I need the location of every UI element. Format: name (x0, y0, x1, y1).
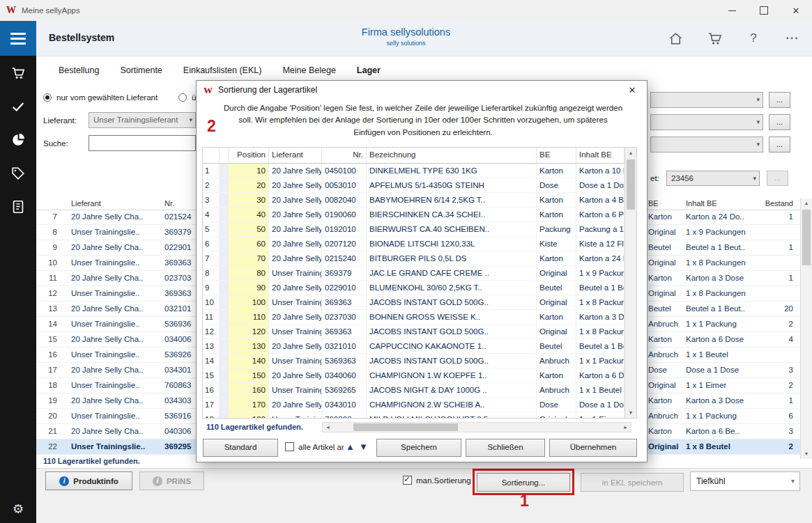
app-logo-icon: W (6, 6, 16, 15)
dialog-vertical-scrollbar[interactable]: ▲ ▼ (625, 148, 636, 418)
radio-supplier-only[interactable]: nur vom gewählten Lieferant (43, 93, 158, 102)
cell-be: Dose (648, 363, 683, 377)
minimize-button[interactable] (716, 0, 748, 21)
column-header-lieferant[interactable]: Lieferant (71, 198, 162, 209)
column-header-inhalt-be[interactable]: Inhalt BE (576, 148, 625, 163)
man-sortierung-checkbox-group[interactable]: man.Sortierung (403, 476, 471, 485)
table-row[interactable]: 22020 Jahre Selly Cha..0053010APFELMUS 5… (203, 178, 636, 193)
tab-lager[interactable]: Lager (357, 65, 381, 75)
help-icon[interactable]: ? (745, 30, 762, 47)
filter-combobox-1[interactable]: ▾ (650, 92, 763, 108)
cell-be: Beutel (648, 302, 683, 316)
column-header-inhalt-be[interactable]: Inhalt BE (686, 198, 756, 209)
cell-inhalt-be: 1 x 8 Beutel (686, 439, 756, 454)
stock-vertical-scrollbar[interactable]: ▲ ▼ (800, 198, 812, 459)
scroll-right-icon[interactable]: ► (620, 423, 631, 432)
search-input[interactable] (89, 135, 196, 151)
table-row[interactable]: 12120Unser Trainingslie..369363JACOBS IN… (203, 325, 636, 339)
filter-combobox-2[interactable]: ▾ (650, 114, 763, 130)
checkbox-icon[interactable] (285, 442, 294, 451)
supplier-combobox[interactable]: Unser Trainingslieferant ▾ (89, 112, 196, 128)
tab-einkaufslisten[interactable]: Einkaufslisten (EKL) (183, 65, 262, 75)
menu-button[interactable] (0, 21, 36, 56)
cell-position: 60 (229, 237, 269, 251)
column-header-position[interactable]: Position (229, 148, 269, 163)
table-row[interactable]: 16160Unser Trainingslie..5369265JACOBS N… (203, 383, 636, 398)
cell-lieferant: 20 Jahre Selly Cha.. (71, 240, 162, 255)
table-row[interactable]: 99020 Jahre Selly Cha..0229010BLUMENKOHL… (203, 281, 636, 295)
scroll-up-icon[interactable]: ▲ (625, 148, 636, 158)
standard-button[interactable]: Standard (203, 439, 278, 457)
column-header-nr[interactable]: Nr. (322, 148, 367, 163)
table-row[interactable]: 1313020 Jahre Selly Cha..0321010CAPPUCCI… (203, 339, 636, 354)
dialog-titlebar[interactable]: W Sortierung der Lagerartikel ✕ (197, 81, 647, 99)
checkbox-icon[interactable] (403, 476, 412, 485)
column-header-be[interactable]: BE (537, 148, 576, 163)
dialog-horizontal-scrollbar[interactable]: ◄ ► (322, 422, 631, 432)
settings-gear-icon[interactable]: ⚙ (0, 501, 36, 517)
cart-icon[interactable] (706, 30, 723, 47)
more-icon[interactable]: ··· (784, 30, 801, 47)
sidebar-catalog-icon[interactable] (10, 199, 26, 214)
scroll-down-icon[interactable]: ▼ (801, 449, 812, 459)
app-header: Bestellsystem Firma sellysolutions selly… (0, 21, 812, 56)
browse-button-1[interactable]: ... (769, 92, 790, 108)
sortierung-button[interactable]: Sortierung... (477, 473, 570, 492)
sidebar-tag-icon[interactable] (10, 166, 26, 181)
tab-bestellung[interactable]: Bestellung (59, 65, 99, 75)
scrollbar-thumb[interactable] (802, 210, 811, 265)
table-row[interactable]: 1111020 Jahre Selly Cha..0237030BOHNEN G… (203, 310, 636, 325)
sortiment-combobox[interactable]: 23456 ▾ (666, 171, 760, 186)
close-button[interactable]: ✕ (780, 0, 812, 21)
table-row[interactable]: 44020 Jahre Selly Cha..0190060BIERSCHINK… (203, 208, 636, 222)
sidebar-check-icon[interactable] (10, 99, 26, 114)
radio-all-suppliers[interactable]: ü (178, 93, 196, 102)
table-row[interactable]: 77020 Jahre Selly Cha..0215240BITBURGER … (203, 251, 636, 266)
table-row[interactable]: 33020 Jahre Selly Cha..0082040BABYMOEHRE… (203, 193, 636, 208)
table-row[interactable]: 55020 Jahre Selly Cha..0192010BIERWURST … (203, 222, 636, 237)
cell-be: Dose (537, 178, 576, 193)
tab-sortimente[interactable]: Sortimente (120, 65, 162, 75)
filter-combobox-3[interactable]: ▾ (650, 136, 763, 153)
schliessen-button[interactable]: Schließen (466, 439, 545, 457)
produktinfo-button[interactable]: i Produktinfo (45, 471, 132, 490)
cell-inhalt-be: Kiste a 12 Fla.. (576, 237, 625, 251)
column-header-bestand[interactable]: Bestand (757, 198, 793, 209)
table-row[interactable]: 10100Unser Trainingslie..369363JACOBS IN… (203, 295, 636, 310)
radio-icon[interactable] (43, 93, 52, 102)
row-number: 7 (203, 251, 220, 266)
table-row[interactable]: 11020 Jahre Selly Cha..0450100DINKELMEHL… (203, 164, 636, 178)
table-row[interactable]: 1515020 Jahre Selly Cha..0340060CHAMPIGN… (203, 368, 636, 383)
row-number: 15 (39, 332, 57, 347)
browse-button-2[interactable]: ... (769, 114, 790, 130)
dialog-close-button[interactable]: ✕ (618, 81, 647, 99)
scroll-left-icon[interactable]: ◄ (323, 423, 333, 432)
alle-artikel-checkbox-group[interactable]: alle Artikel ar (285, 442, 344, 451)
tab-meine-belege[interactable]: Meine Belege (282, 65, 335, 75)
column-header-bezeichnung[interactable]: Bezeichnung (367, 148, 537, 163)
tiefkuehl-dropdown[interactable]: Tiefkühl ▾ (690, 471, 800, 491)
move-up-button[interactable]: ▲ (346, 440, 355, 454)
scrollbar-thumb[interactable] (353, 423, 458, 431)
scrollbar-thumb[interactable] (627, 159, 635, 210)
browse-button-3[interactable]: ... (769, 136, 790, 153)
maximize-button[interactable] (748, 0, 780, 21)
sidebar-cart-icon[interactable] (10, 65, 26, 81)
table-row[interactable]: 1717020 Jahre Selly Cha..0343010CHAMPIGN… (203, 398, 636, 412)
table-row[interactable]: 880Unser Trainingslie..369379JAC.LE GRAN… (203, 266, 636, 281)
sidebar-pie-chart-icon[interactable] (10, 132, 26, 148)
row-indicator (61, 302, 70, 316)
radio-icon[interactable] (178, 93, 187, 102)
table-row[interactable]: 66020 Jahre Selly Cha..0207120BIONADE LI… (203, 237, 636, 251)
scroll-down-icon[interactable]: ▼ (625, 407, 636, 418)
move-down-button[interactable]: ▼ (359, 440, 368, 454)
scroll-up-icon[interactable]: ▲ (801, 198, 812, 208)
column-header-be[interactable]: BE (648, 198, 683, 209)
home-icon[interactable] (667, 30, 684, 47)
cell-inhalt-be: Packung a 1 P.. (576, 222, 625, 237)
column-header-lieferant[interactable]: Lieferant (269, 148, 322, 163)
table-row[interactable]: 18180Unser Trainingslie..760863MILD.VOLL… (203, 412, 636, 419)
speichern-button[interactable]: Speichern (376, 439, 461, 457)
table-row[interactable]: 14140Unser Trainingslie..5369363JACOBS I… (203, 354, 636, 368)
uebernehmen-button[interactable]: Übernehmen (549, 439, 637, 457)
